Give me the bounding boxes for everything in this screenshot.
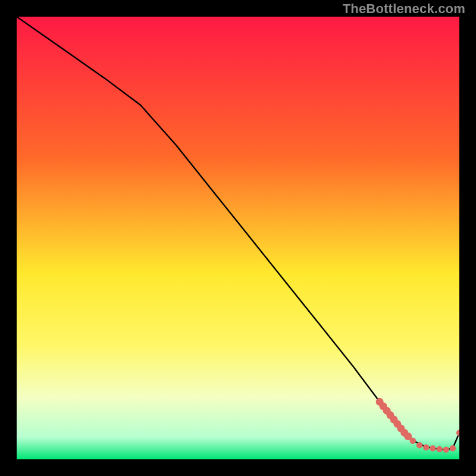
marker-point [443, 446, 449, 452]
marker-point [450, 445, 456, 451]
attribution-label: TheBottleneck.com [343, 1, 465, 17]
plot-area [17, 17, 459, 459]
gradient-background [17, 17, 459, 459]
marker-point [423, 444, 429, 450]
marker-point [416, 442, 422, 448]
marker-point [430, 445, 436, 451]
marker-point [410, 438, 416, 444]
chart-frame: TheBottleneck.com [0, 0, 476, 476]
gradient-curve-chart [17, 17, 459, 459]
marker-point [436, 446, 442, 452]
